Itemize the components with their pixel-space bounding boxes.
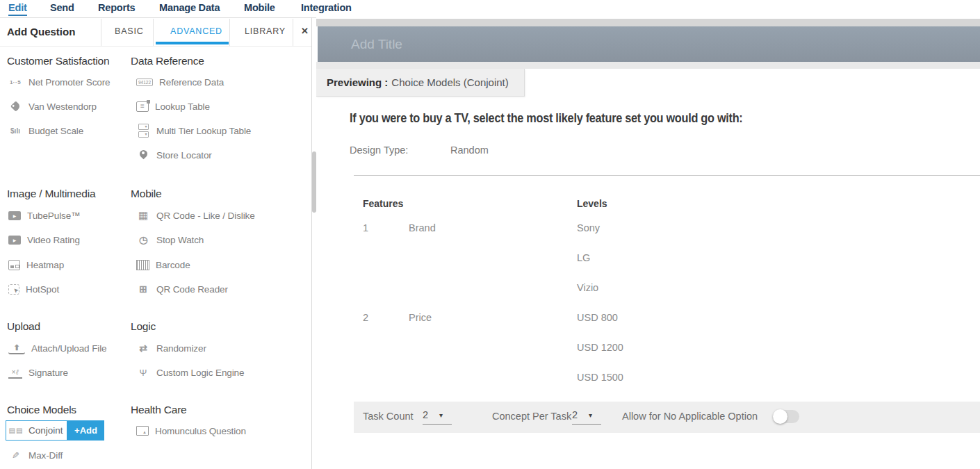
item-budget-scale[interactable]: Budget Scale: [8, 121, 83, 140]
item-label: QR Code Reader: [156, 284, 228, 295]
shuffle-icon: [136, 341, 150, 355]
item-tubepulse[interactable]: TubePulse™: [8, 206, 81, 225]
preview-bottom-strip: [316, 62, 980, 69]
tab-library[interactable]: LIBRARY: [245, 26, 286, 36]
item-stop-watch[interactable]: Stop Watch: [136, 230, 204, 249]
question-text: If you were to buy a TV, select the most…: [350, 111, 742, 126]
upload-icon: [8, 342, 25, 354]
store-locator-pin-icon: [136, 148, 150, 162]
task-count-label: Task Count: [363, 411, 414, 422]
previewing-label: Previewing :: [327, 76, 388, 88]
item-video-rating[interactable]: Video Rating: [8, 230, 80, 249]
item-attach-upload-file[interactable]: Attach/Upload File: [8, 338, 107, 358]
item-label: Van Westendorp: [28, 101, 97, 112]
chevron-down-icon: ▾: [589, 411, 592, 419]
item-label: Attach/Upload File: [31, 343, 107, 354]
item-heatmap[interactable]: Heatmap: [8, 255, 64, 274]
feature-row-number: 1: [363, 222, 368, 233]
level-value: Vizio: [577, 282, 598, 293]
barcode-icon: [136, 260, 149, 270]
nav-reports[interactable]: Reports: [98, 2, 135, 13]
section-upload: Upload: [7, 320, 40, 333]
no-applicable-option-toggle[interactable]: [774, 410, 799, 423]
add-title-input[interactable]: Add Title: [318, 26, 980, 62]
item-label: Max-Diff: [28, 450, 63, 461]
item-barcode[interactable]: Barcode: [136, 255, 190, 274]
section-mobile: Mobile: [131, 188, 161, 200]
features-column-header: Features: [363, 198, 403, 209]
reference-data-icon: 94122: [136, 79, 153, 86]
level-value: USD 1500: [577, 372, 623, 383]
item-signature[interactable]: Signature: [8, 363, 68, 382]
signature-icon: [8, 367, 22, 379]
nav-integration[interactable]: Integration: [301, 2, 352, 13]
item-lookup-table[interactable]: Lookup Table: [136, 97, 210, 116]
nav-manage-data[interactable]: Manage Data: [159, 2, 220, 13]
item-randomizer[interactable]: Randomizer: [136, 338, 206, 358]
item-custom-logic-engine[interactable]: Custom Logic Engine: [136, 363, 244, 382]
item-label: Lookup Table: [155, 101, 210, 112]
task-count-select[interactable]: 2 ▾: [423, 409, 452, 425]
item-homunculus-question[interactable]: Homunculus Question: [136, 421, 246, 441]
nps-scale-icon: [8, 75, 22, 89]
conjoint-icon: [9, 424, 23, 438]
add-conjoint-button[interactable]: +Add: [67, 420, 104, 441]
item-label: Signature: [28, 368, 68, 378]
no-applicable-option-label: Allow for No Applicable Option: [622, 411, 758, 422]
item-hotspot[interactable]: HotSpot: [8, 279, 59, 299]
item-label: Net Promoter Score: [28, 77, 111, 88]
item-label: Randomizer: [156, 343, 206, 354]
item-reference-data[interactable]: 94122 Reference Data: [136, 72, 224, 92]
item-label: Homunculus Question: [155, 426, 246, 436]
video-film-icon: [8, 211, 21, 220]
concept-per-task-value: 2: [572, 409, 578, 420]
chevron-down-icon: ▾: [439, 411, 443, 419]
tab-separator: [229, 19, 230, 46]
item-max-diff[interactable]: Max-Diff: [8, 445, 63, 465]
level-value: USD 1200: [577, 342, 623, 353]
tab-basic[interactable]: BASIC: [115, 26, 144, 36]
section-choice-models: Choice Models: [7, 404, 76, 416]
nav-send[interactable]: Send: [50, 2, 74, 13]
preview-top-strip: [316, 19, 980, 26]
close-icon[interactable]: ✕: [301, 26, 309, 36]
item-label: Conjoint: [28, 425, 63, 436]
section-logic: Logic: [131, 320, 156, 333]
design-type-value: Random: [450, 145, 489, 156]
item-label: Video Rating: [27, 235, 80, 245]
item-label: QR Code - Like / Dislike: [156, 211, 255, 221]
survey-editor-window: Edit Send Reports Manage Data Mobile Int…: [0, 0, 980, 469]
video-film-icon: [8, 236, 21, 245]
content-divider: [354, 175, 980, 176]
item-label: Heatmap: [26, 260, 64, 270]
nav-mobile[interactable]: Mobile: [244, 2, 275, 13]
previewing-value: Choice Models (Conjoint): [391, 76, 508, 88]
item-qr-code-like-dislike[interactable]: QR Code - Like / Dislike: [136, 206, 255, 225]
level-value: USD 800: [577, 312, 618, 323]
item-van-westendorp[interactable]: Van Westendorp: [8, 97, 97, 116]
panel-scrollbar-thumb[interactable]: [312, 151, 316, 213]
section-data-reference: Data Reference: [131, 55, 204, 67]
item-conjoint-selected[interactable]: Conjoint: [6, 420, 67, 441]
feature-name: Brand: [409, 222, 436, 233]
qr-code-icon: [136, 208, 150, 222]
item-net-promoter-score[interactable]: Net Promoter Score: [8, 72, 111, 92]
panel-border: [311, 17, 312, 469]
item-label: HotSpot: [26, 284, 59, 295]
item-store-locator[interactable]: Store Locator: [136, 145, 212, 165]
section-health-care: Health Care: [131, 404, 187, 416]
level-value: Sony: [577, 222, 600, 233]
level-value: LG: [577, 252, 590, 263]
item-label: Custom Logic Engine: [156, 368, 244, 378]
nav-edit[interactable]: Edit: [8, 2, 27, 16]
concept-per-task-select[interactable]: 2 ▾: [572, 409, 601, 425]
toggle-knob: [773, 409, 787, 424]
active-tab-underline: [156, 42, 229, 44]
item-label: Budget Scale: [28, 126, 83, 136]
item-label: Stop Watch: [156, 235, 204, 245]
item-qr-code-reader[interactable]: QR Code Reader: [136, 279, 228, 299]
tab-advanced[interactable]: ADVANCED: [170, 26, 222, 36]
item-multi-tier-lookup-table[interactable]: Multi Tier Lookup Table: [136, 121, 251, 140]
panel-title: Add Question: [7, 26, 75, 38]
add-title-placeholder: Add Title: [351, 26, 402, 62]
